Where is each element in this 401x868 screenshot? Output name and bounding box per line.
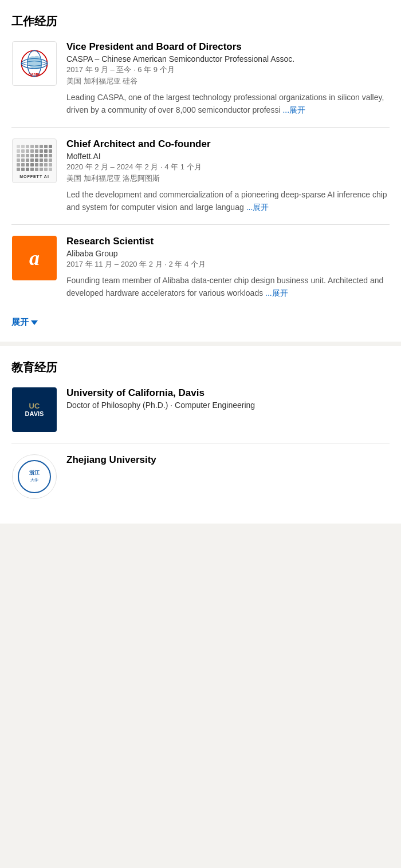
ucdavis-uc-text: UC: [29, 402, 40, 410]
moffett-expand-link[interactable]: ...展开: [246, 203, 269, 212]
zhejiang-entry-content: Zhejiang University: [66, 454, 390, 467]
ucdavis-school-name: University of California, Davis: [66, 387, 390, 399]
education-entry-ucdavis: UC DAVIS University of California, Davis…: [11, 387, 390, 443]
work-entry-moffett: MOFFETT AI Chief Architect and Co-founde…: [11, 127, 390, 224]
moffett-logo: MOFFETT AI: [12, 138, 57, 183]
moffett-job-title: Chief Architect and Co-founder: [66, 138, 390, 150]
work-section-title: 工作经历: [11, 14, 390, 29]
svg-text:CASPA: CASPA: [29, 73, 41, 76]
alibaba-logo-icon: a: [29, 248, 40, 268]
work-experience-section: 工作经历 CASPA Vice President and Board of D…: [0, 0, 401, 342]
caspa-globe-icon: CASPA: [19, 49, 49, 78]
caspa-location: 美国 加利福尼亚 硅谷: [66, 76, 390, 86]
moffett-description: Led the development and commercializatio…: [66, 188, 390, 214]
svg-text:浙江: 浙江: [29, 470, 40, 475]
caspa-date: 2017 年 9 月 – 至今 · 6 年 9 个月: [66, 65, 390, 75]
ucdavis-davis-text: DAVIS: [25, 410, 44, 418]
zhejiang-logo-container: 浙江 大学: [11, 454, 57, 500]
caspa-entry-content: Vice President and Board of Directors CA…: [66, 41, 390, 117]
svg-point-4: [18, 461, 50, 493]
moffett-location: 美国 加利福尼亚 洛思阿图斯: [66, 173, 390, 184]
alibaba-job-title: Research Scientist: [66, 235, 390, 248]
zhejiang-logo-icon: 浙江 大学: [17, 459, 52, 494]
caspa-logo-container: CASPA: [11, 41, 57, 86]
svg-text:大学: 大学: [30, 478, 38, 482]
alibaba-description: Founding team member of Alibaba data-cen…: [66, 274, 390, 300]
alibaba-logo: a: [12, 236, 57, 280]
alibaba-entry-content: Research Scientist Alibaba Group 2017 年 …: [66, 235, 390, 300]
moffett-date: 2020 年 2 月 – 2024 年 2 月 · 4 年 1 个月: [66, 162, 390, 172]
caspa-description: Leading CASPA, one of the largest techno…: [66, 91, 390, 117]
alibaba-expand-link[interactable]: ...展开: [265, 288, 288, 298]
expand-more-button[interactable]: 展开: [11, 317, 38, 328]
alibaba-org: Alibaba Group: [66, 249, 390, 258]
caspa-expand-link[interactable]: ...展开: [282, 105, 305, 114]
work-entry-caspa: CASPA Vice President and Board of Direct…: [11, 41, 390, 127]
ucdavis-logo: UC DAVIS: [12, 387, 57, 432]
ucdavis-degree: Doctor of Philosophy (Ph.D.) · Computer …: [66, 401, 390, 410]
moffett-logo-container: MOFFETT AI: [11, 138, 57, 184]
moffett-org: Moffett.AI: [66, 152, 390, 161]
moffett-dots-icon: [14, 142, 54, 173]
moffett-entry-content: Chief Architect and Co-founder Moffett.A…: [66, 138, 390, 214]
ucdavis-logo-container: UC DAVIS: [11, 387, 57, 433]
zhejiang-logo: 浙江 大学: [12, 454, 57, 499]
education-section-title: 教育经历: [11, 360, 390, 375]
education-section: 教育经历 UC DAVIS University of California, …: [0, 346, 401, 524]
ucdavis-entry-content: University of California, Davis Doctor o…: [66, 387, 390, 411]
moffett-name-text: MOFFETT AI: [19, 175, 49, 179]
chevron-down-icon: [31, 319, 38, 325]
caspa-job-title: Vice President and Board of Directors: [66, 41, 390, 53]
zhejiang-school-name: Zhejiang University: [66, 454, 390, 466]
alibaba-logo-container: a: [11, 235, 57, 281]
education-entry-zhejiang: 浙江 大学 Zhejiang University: [11, 443, 390, 510]
caspa-logo: CASPA: [12, 41, 57, 86]
caspa-org: CASPA – Chinese American Semiconductor P…: [66, 54, 390, 64]
alibaba-date: 2017 年 11 月 – 2020 年 2 月 · 2 年 4 个月: [66, 259, 390, 269]
work-entry-alibaba: a Research Scientist Alibaba Group 2017 …: [11, 224, 390, 310]
